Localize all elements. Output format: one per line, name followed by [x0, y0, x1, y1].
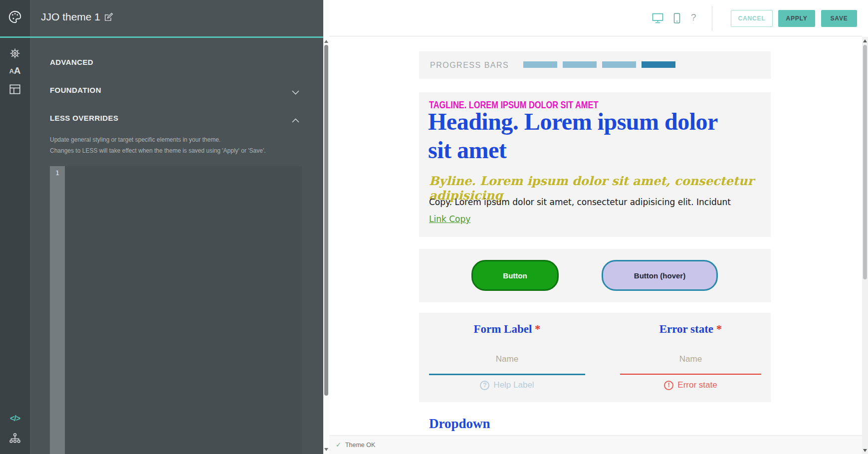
progress-bars-group — [523, 61, 675, 68]
less-code-editor[interactable]: 1 — [50, 166, 302, 454]
panel-header: JJO theme 1 — [30, 0, 323, 36]
sitemap-icon[interactable] — [0, 431, 30, 446]
mobile-view-icon[interactable] — [673, 13, 680, 25]
name-input[interactable] — [429, 351, 585, 368]
section-less-overrides[interactable]: LESS OVERRIDES — [30, 110, 323, 128]
panel-accent-line — [0, 36, 323, 38]
less-note-line1: Update general styling or target specifi… — [50, 136, 220, 143]
typography-icon[interactable]: AA — [0, 64, 30, 78]
panel-body: ADVANCED FOUNDATION LESS OVERRIDES Updat… — [30, 38, 323, 454]
progress-bar — [563, 61, 597, 68]
theme-editor-app: AA </> JJO theme 1 — [0, 0, 868, 454]
status-message: Theme OK — [345, 442, 375, 449]
editor-code-area[interactable] — [65, 166, 302, 454]
preview-scrollbar-thumb[interactable] — [863, 45, 867, 279]
dropdown-heading: Dropdown — [429, 416, 490, 432]
edit-title-icon[interactable] — [104, 12, 113, 24]
theme-preview-pane: ? CANCEL APPLY SAVE PROGRESS BARS TAGLIN… — [329, 0, 862, 454]
icon-rail: AA </> — [0, 0, 30, 454]
help-circle-icon: ? — [480, 381, 489, 390]
form-label: Error state * — [620, 323, 761, 336]
form-column-error: Error state * ! Error state — [620, 313, 761, 402]
panel-scroll-down-arrow[interactable] — [324, 448, 328, 451]
heading-text: Heading. Lorem ipsum dolor sit amet — [428, 107, 727, 164]
preview-toolbar: ? CANCEL APPLY SAVE — [329, 0, 862, 36]
input-underline — [429, 374, 585, 375]
code-icon-text: </> — [10, 414, 20, 423]
link-copy[interactable]: Link Copy — [429, 214, 470, 224]
preview-scrollbar[interactable] — [862, 37, 868, 454]
section-foundation-label: FOUNDATION — [50, 86, 101, 94]
panel-scroll-up-arrow[interactable] — [324, 40, 328, 43]
error-row: ! Error state — [620, 380, 761, 390]
less-note-line2: Changes to LESS will take effect when th… — [50, 147, 266, 154]
form-label-text: Error state — [659, 323, 713, 335]
form-column-default: Form Label * ? Help Label — [429, 313, 585, 402]
input-underline-error — [620, 374, 761, 375]
section-advanced[interactable]: ADVANCED — [30, 54, 323, 72]
chevron-up-icon — [292, 116, 299, 125]
panel-scrollbar-thumb[interactable] — [324, 45, 328, 396]
required-asterisk: * — [716, 323, 722, 335]
name-input-error[interactable] — [620, 351, 761, 368]
progress-bar — [642, 61, 675, 68]
palette-icon[interactable] — [0, 6, 30, 28]
progress-bars-label: PROGRESS BARS — [430, 61, 509, 70]
apply-button[interactable]: APPLY — [778, 10, 815, 27]
theme-title: JJO theme 1 — [41, 11, 100, 23]
settings-gear-icon[interactable] — [0, 46, 30, 61]
check-icon: ✓ — [336, 441, 341, 449]
help-icon[interactable]: ? — [691, 12, 696, 23]
section-less-overrides-label: LESS OVERRIDES — [50, 114, 118, 122]
toolbar-divider — [712, 6, 712, 31]
code-icon[interactable]: </> — [0, 412, 30, 425]
progress-bars-card: PROGRESS BARS — [419, 51, 771, 79]
required-asterisk: * — [535, 323, 541, 335]
preview-scroll-up-arrow[interactable] — [863, 39, 867, 42]
help-label-text: Help Label — [493, 380, 534, 390]
preview-button-default[interactable]: Button — [471, 260, 559, 291]
chevron-down-icon — [292, 88, 299, 97]
cancel-button[interactable]: CANCEL — [731, 10, 773, 27]
form-label: Form Label * — [429, 323, 585, 336]
error-circle-icon: ! — [664, 381, 673, 390]
progress-bar — [523, 61, 557, 68]
error-label-text: Error state — [677, 380, 717, 390]
form-label-text: Form Label — [473, 323, 532, 335]
editor-line-number-gutter: 1 — [50, 166, 65, 454]
typography-card: TAGLINE. LOREM IPSUM DOLOR SIT AMET Head… — [419, 92, 771, 237]
typography-icon-small-a: A — [9, 67, 13, 75]
preview-button-hover[interactable]: Button (hover) — [602, 260, 718, 291]
save-button[interactable]: SAVE — [821, 10, 857, 27]
form-card: Form Label * ? Help Label Error state * — [419, 313, 771, 402]
preview-scroll-down-arrow[interactable] — [863, 449, 867, 452]
help-row: ? Help Label — [429, 380, 585, 390]
desktop-view-icon[interactable] — [652, 13, 663, 25]
section-foundation[interactable]: FOUNDATION — [30, 82, 323, 100]
section-advanced-label: ADVANCED — [50, 58, 93, 66]
panel-scrollbar[interactable] — [323, 0, 329, 454]
buttons-card: Button Button (hover) — [419, 249, 771, 302]
status-bar: ✓ Theme OK — [329, 435, 862, 454]
progress-bar — [602, 61, 636, 68]
copy-text: Copy. Lorem ipsum dolor sit amet, consec… — [429, 197, 731, 207]
typography-icon-big-a: A — [14, 65, 21, 76]
editor-line-number: 1 — [50, 169, 65, 177]
layout-icon[interactable] — [0, 82, 30, 97]
